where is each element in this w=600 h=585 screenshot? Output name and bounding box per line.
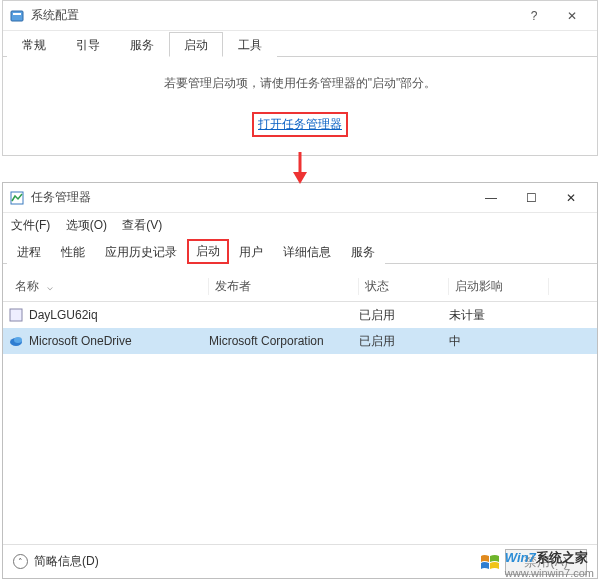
svg-rect-0 [11, 11, 23, 21]
task-manager-icon [9, 190, 25, 206]
startup-table: 名称 ⌵ 发布者 状态 启动影响 DayLGU62iq 已启用 未计量 [3, 272, 597, 544]
col-header-publisher[interactable]: 发布者 [209, 278, 359, 295]
sysconfig-titlebar: 系统配置 ? ✕ [3, 1, 597, 31]
col-header-impact[interactable]: 启动影响 [449, 278, 549, 295]
row-status: 已启用 [359, 333, 449, 350]
onedrive-icon [9, 334, 23, 348]
table-header: 名称 ⌵ 发布者 状态 启动影响 [3, 272, 597, 302]
disable-button[interactable]: 禁用(A) [505, 549, 587, 575]
annotation-arrow [0, 152, 600, 182]
col-header-name-label: 名称 [15, 278, 39, 295]
table-empty-area [3, 354, 597, 544]
menu-view[interactable]: 查看(V) [122, 218, 162, 232]
sysconfig-help-button[interactable]: ? [515, 2, 553, 30]
svg-rect-1 [13, 13, 21, 15]
chevron-up-icon: ˄ [13, 554, 28, 569]
sort-chevron-icon: ⌵ [47, 281, 53, 292]
tab-boot[interactable]: 引导 [61, 32, 115, 57]
tm-maximize-button[interactable]: ☐ [511, 184, 551, 212]
tm-minimize-button[interactable]: — [471, 184, 511, 212]
svg-rect-5 [10, 309, 22, 321]
row-impact: 未计量 [449, 307, 549, 324]
row-impact: 中 [449, 333, 549, 350]
tm-menu-bar: 文件(F) 选项(O) 查看(V) [3, 213, 597, 238]
tm-title: 任务管理器 [31, 189, 471, 206]
sysconfig-body: 若要管理启动项，请使用任务管理器的"启动"部分。 打开任务管理器 [3, 57, 597, 155]
tm-tab-services[interactable]: 服务 [341, 239, 385, 264]
system-configuration-window: 系统配置 ? ✕ 常规 引导 服务 启动 工具 若要管理启动项，请使用任务管理器… [2, 0, 598, 156]
tm-footer: ˄ 简略信息(D) 禁用(A) [3, 544, 597, 578]
tm-close-button[interactable]: ✕ [551, 184, 591, 212]
sysconfig-tabs: 常规 引导 服务 启动 工具 [3, 31, 597, 57]
table-row[interactable]: Microsoft OneDrive Microsoft Corporation… [3, 328, 597, 354]
menu-file[interactable]: 文件(F) [11, 218, 50, 232]
generic-app-icon [9, 308, 23, 322]
tab-services[interactable]: 服务 [115, 32, 169, 57]
tm-tab-app-history[interactable]: 应用历史记录 [95, 239, 187, 264]
row-name: Microsoft OneDrive [29, 334, 132, 348]
tab-general[interactable]: 常规 [7, 32, 61, 57]
row-publisher: Microsoft Corporation [209, 334, 359, 348]
tm-titlebar: 任务管理器 — ☐ ✕ [3, 183, 597, 213]
col-header-status[interactable]: 状态 [359, 278, 449, 295]
startup-message: 若要管理启动项，请使用任务管理器的"启动"部分。 [13, 75, 587, 92]
sysconfig-icon [9, 8, 25, 24]
fewer-details-toggle[interactable]: ˄ 简略信息(D) [13, 553, 99, 570]
table-row[interactable]: DayLGU62iq 已启用 未计量 [3, 302, 597, 328]
tm-tab-startup[interactable]: 启动 [187, 239, 229, 264]
svg-marker-3 [293, 172, 307, 184]
menu-options[interactable]: 选项(O) [66, 218, 107, 232]
sysconfig-title: 系统配置 [31, 7, 515, 24]
row-status: 已启用 [359, 307, 449, 324]
fewer-details-label: 简略信息(D) [34, 553, 99, 570]
tm-tabs: 进程 性能 应用历史记录 启动 用户 详细信息 服务 [3, 238, 597, 264]
svg-point-7 [14, 337, 22, 343]
tab-tools[interactable]: 工具 [223, 32, 277, 57]
tab-startup[interactable]: 启动 [169, 32, 223, 57]
task-manager-window: 任务管理器 — ☐ ✕ 文件(F) 选项(O) 查看(V) 进程 性能 应用历史… [2, 182, 598, 579]
col-header-name[interactable]: 名称 ⌵ [9, 278, 209, 295]
tm-tab-users[interactable]: 用户 [229, 239, 273, 264]
tm-tab-processes[interactable]: 进程 [7, 239, 51, 264]
tm-tab-details[interactable]: 详细信息 [273, 239, 341, 264]
open-task-manager-link[interactable]: 打开任务管理器 [252, 112, 348, 137]
tm-tab-performance[interactable]: 性能 [51, 239, 95, 264]
row-name: DayLGU62iq [29, 308, 98, 322]
sysconfig-close-button[interactable]: ✕ [553, 2, 591, 30]
